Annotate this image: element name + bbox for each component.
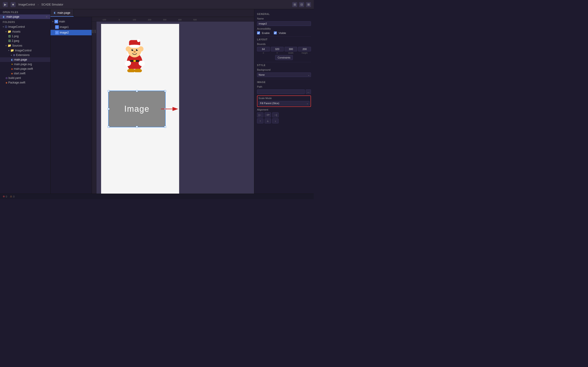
enable-checkbox[interactable]	[257, 31, 260, 34]
tree-extensions[interactable]: ▸ ⊞ Extensions	[0, 53, 50, 57]
error-count: 0	[6, 195, 7, 198]
play-button[interactable]: ▶	[3, 2, 8, 7]
handle-bm[interactable]	[136, 126, 138, 128]
tree-assets[interactable]: ▾ 📁 Assets	[0, 29, 50, 34]
handle-br[interactable]	[164, 126, 166, 128]
name-input[interactable]	[257, 21, 311, 26]
ruler-mark: -100	[96, 19, 112, 21]
image2-container[interactable]: Image	[108, 91, 166, 127]
svg-rect-20	[133, 60, 136, 62]
bounds-h-val[interactable]: 200	[298, 47, 311, 51]
center-area: ◧ main.page ▾ M main I image1 I image2	[51, 9, 254, 194]
svg-point-13	[126, 46, 131, 52]
stop-button[interactable]: ■	[10, 2, 16, 7]
warning-icon: ⚠	[10, 195, 12, 198]
h-label: Height	[298, 52, 311, 54]
ruler-mark: 400	[172, 19, 187, 21]
visible-checkbox[interactable]	[274, 31, 277, 34]
assets-folder-icon: 📁	[8, 30, 11, 33]
divider	[257, 62, 311, 62]
tree-label: start.swift	[14, 72, 26, 75]
tab-bar: ◧ main.page	[51, 9, 254, 17]
bounds-y-val[interactable]: 320	[271, 47, 284, 51]
tree-label: 1.png	[12, 35, 19, 38]
align-top-button[interactable]: ↑	[257, 118, 263, 123]
mickey-svg	[116, 38, 153, 72]
tree-buildyaml[interactable]: ⊙ build.yaml	[0, 76, 50, 80]
align-left-icon: |←	[259, 114, 262, 116]
sub-folder-icon: 📁	[10, 49, 14, 52]
image1-container[interactable]	[116, 38, 162, 75]
ruler-mark: 200	[142, 19, 157, 21]
statusbar: ⊗ 0 ⚠ 0	[0, 194, 314, 199]
main-node-icon: M	[54, 20, 58, 23]
tab-label: main.page	[57, 11, 70, 15]
handle-tm[interactable]	[136, 90, 138, 92]
divider	[257, 79, 311, 79]
align-bottom-icon: ↓	[275, 119, 276, 122]
close-file-btn[interactable]: ✕	[46, 16, 48, 18]
bounds-label-row: Bounds	[257, 43, 311, 45]
alignment-label: Alignment	[257, 108, 275, 111]
tree-label: build.yaml	[9, 76, 21, 80]
ruler-mark: 0	[112, 19, 127, 21]
background-select[interactable]: None	[257, 73, 311, 77]
folders-label: FOLDERS	[0, 19, 50, 24]
enable-label: Enable	[262, 32, 270, 34]
tree-mainpageswift[interactable]: ◈ main.page.swift	[0, 67, 50, 71]
tree-2jpeg[interactable]: 🖼 2.jpeg	[0, 39, 50, 43]
handle-tl[interactable]	[108, 90, 110, 92]
canvas-node-label: image2	[60, 31, 69, 34]
background-label: Background	[257, 68, 275, 71]
path-browse-button[interactable]: ...	[306, 90, 311, 94]
tree-1png[interactable]: 🖼 1.png	[0, 34, 50, 39]
chevron-down-icon: ▾	[8, 49, 9, 52]
tree-mainpage[interactable]: ◧ main.page	[0, 57, 50, 62]
path-label: Path	[257, 85, 275, 88]
constraints-button[interactable]: Constraints	[275, 55, 293, 60]
handle-ml[interactable]	[108, 108, 110, 110]
canvas-node-main[interactable]: ▾ M main	[51, 19, 92, 24]
handle-mr[interactable]	[164, 108, 166, 110]
bounds-w-val[interactable]: 300	[285, 47, 297, 51]
image-file-icon: 🖼	[8, 35, 11, 38]
warning-status: ⚠ 0	[10, 195, 15, 198]
bounds-x-cell: 64 X	[257, 47, 270, 54]
canvas-body: 100 200 300 400 500 600 700 800 900	[92, 22, 254, 194]
tree-sources[interactable]: ▾ 📁 Sources	[0, 43, 50, 48]
tree-startswift[interactable]: ◈ start.swift	[0, 71, 50, 76]
tree-label: ImageControl	[8, 25, 25, 28]
tree-label: 2.jpeg	[12, 39, 19, 42]
chevron-down-icon: ▾	[3, 26, 4, 28]
scale-mode-label: Scale Mode	[258, 97, 277, 100]
align-left-button[interactable]: |←	[257, 112, 263, 117]
path-input[interactable]	[257, 90, 305, 94]
canvas-node-image1[interactable]: I image1	[51, 24, 92, 30]
handle-bl[interactable]	[108, 126, 110, 128]
tree-imagecontrol[interactable]: ▾ ⊡ ImageControl	[0, 24, 50, 29]
layout-btn-2[interactable]: ⊟	[299, 2, 304, 7]
align-center-v-button[interactable]: ⊥	[265, 118, 271, 123]
canvas-node-image2[interactable]: I image2	[51, 30, 92, 35]
layout-icon-2: ⊟	[300, 3, 303, 6]
ruler-left: 100 200 300 400 500 600 700 800 900	[92, 22, 96, 194]
tab-main-page[interactable]: ◧ main.page	[51, 9, 74, 17]
align-right-button[interactable]: →|	[272, 112, 279, 117]
tree-label: Sources	[12, 44, 22, 47]
handle-tr[interactable]	[164, 90, 166, 92]
layout-btn-1[interactable]: ⊞	[292, 2, 297, 7]
open-file-mainpage[interactable]: ◧ main.page ✕	[0, 15, 50, 19]
tree-packageswift[interactable]: ◈ Package.swift	[0, 80, 50, 85]
align-bottom-button[interactable]: ↓	[272, 118, 279, 123]
canvas-node-label: image1	[60, 25, 69, 29]
canvas-wrapper[interactable]: -100 0 100 200 300 400 500 100 200 300	[92, 17, 254, 194]
scale-mode-select[interactable]: Fill Parent (Slice) Fit Fill Stretch Til…	[258, 101, 310, 106]
canvas-page[interactable]: Image	[101, 24, 179, 194]
tree-mainpagesvg[interactable]: ✦ main.page.svg	[0, 62, 50, 67]
svg-point-14	[138, 46, 143, 52]
tree-imagecontrol2[interactable]: ▾ 📁 ImageControl	[0, 48, 50, 53]
layout-btn-3[interactable]: ⊠	[306, 2, 311, 7]
bounds-x-val[interactable]: 64	[257, 47, 270, 51]
image1-node-icon: I	[55, 25, 59, 29]
align-center-h-button[interactable]: ⊣⊢	[265, 112, 271, 117]
